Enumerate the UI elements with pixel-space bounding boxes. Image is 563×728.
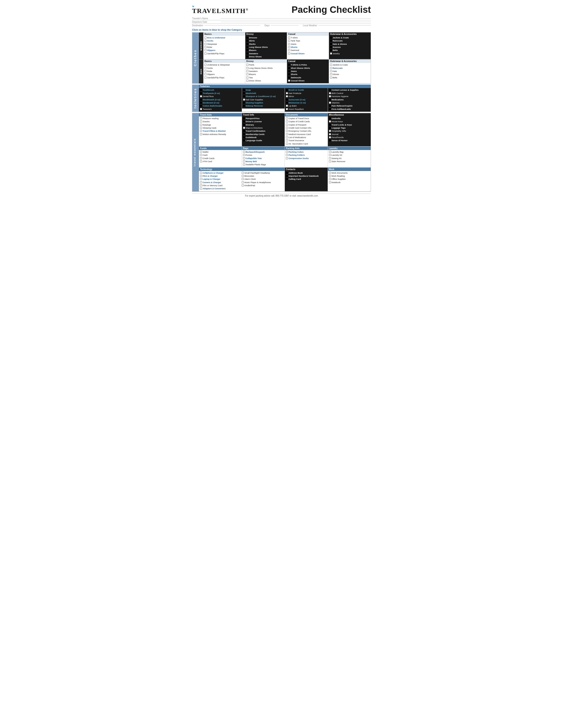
travel-row1: Travel Aids Pleasure reading Snacks Earp… bbox=[199, 113, 371, 147]
list-item: Emergency Contact Info. bbox=[286, 130, 327, 132]
list-item: Jackets & Coats bbox=[330, 64, 370, 66]
funds-header: Funds bbox=[199, 147, 242, 150]
list-item: Pens/Pencils bbox=[329, 136, 370, 139]
travel-row2: Funds Wallet Cash Credit Cards ATM Card … bbox=[199, 147, 371, 168]
men-basics-header: Basics bbox=[203, 60, 245, 63]
list-item: Contact Lenses & Supplies bbox=[329, 89, 370, 91]
list-item: Int. Vaccination Card bbox=[286, 143, 327, 145]
list-item: Backpack/Daypack bbox=[243, 151, 284, 153]
bags-body: Backpack/Daypack Purses Collapsible Tote… bbox=[242, 150, 285, 167]
list-item: Ties bbox=[246, 76, 286, 79]
travel-aids-body: Pleasure reading Snacks Earplugs Sleepin… bbox=[199, 116, 242, 137]
list-item: Long Sleeve Dress Shirts bbox=[246, 67, 286, 69]
list-item: Wallet bbox=[200, 151, 241, 153]
list-item: Cotton Balls/Swabs bbox=[200, 105, 241, 107]
list-item: Notebook bbox=[329, 181, 370, 184]
list-item: Purses bbox=[243, 154, 284, 156]
list-item: Alarm Clock bbox=[242, 178, 284, 180]
bags-header: Bags bbox=[242, 147, 285, 150]
toiletries-col2-body: Soap Washcloth Shampoo & Conditioner (3 … bbox=[242, 88, 285, 108]
list-item: Slippers bbox=[204, 73, 244, 76]
women-outerwear-cell: Outerwear & Accessories Jackets & Coats … bbox=[329, 32, 371, 59]
travel-info-body: Passport/Visa Driver's License Itinerary… bbox=[242, 116, 285, 143]
list-item: Shampoo & Conditioner (3 oz) bbox=[243, 95, 284, 98]
women-casual-header: Casual bbox=[287, 32, 329, 36]
clothes-label: Clothes bbox=[192, 32, 199, 83]
list-item: Hats & Gloves bbox=[330, 43, 370, 45]
list-item: Dresses bbox=[246, 36, 286, 39]
list-item: Mouthwash (3 oz) bbox=[200, 98, 241, 101]
travel-essentials-label: travel essentials bbox=[192, 113, 199, 191]
list-item: Toothpaste (3 oz) bbox=[200, 92, 241, 95]
women-outerwear-header: Outerwear & Accessories bbox=[329, 32, 371, 36]
list-item: Credit Cards bbox=[200, 157, 241, 160]
list-item: Film or Memory Card bbox=[200, 184, 242, 187]
list-item: Work Documents bbox=[329, 172, 370, 174]
list-item: Money Belt bbox=[243, 160, 284, 163]
list-item: Stain Remover bbox=[329, 160, 370, 163]
laundry-body: Laundry Bag Laundry Kit Sewing Kit Stain… bbox=[328, 150, 371, 164]
list-item: Sandals/Flip Flops bbox=[204, 76, 244, 79]
documents-cell: Documents Copies of Travel Docs Copies o… bbox=[285, 113, 328, 146]
list-item: Shorts bbox=[288, 46, 328, 49]
list-item: Medical Insurance Card bbox=[286, 133, 327, 136]
miscellaneous-cell: Miscellaneous Umbrella House Keys Travel… bbox=[328, 113, 371, 146]
list-item: Laundry Kit bbox=[329, 154, 370, 156]
miscellaneous-header: Miscellaneous bbox=[328, 113, 371, 116]
list-item: Long Sleeve Shirts bbox=[246, 46, 286, 49]
list-item: Gloves bbox=[330, 73, 370, 76]
list-item: Sense of Humor bbox=[329, 139, 370, 142]
technology-cell: Technology Cellphone & Charger PDA & Cha… bbox=[199, 168, 285, 191]
page-title: Packing Checklist bbox=[248, 4, 371, 15]
work-cell: Work Work Documents Work Reading Office … bbox=[328, 168, 371, 191]
list-item: Credit Card Contact Info. bbox=[286, 127, 327, 129]
travel-info-cell: Travel Info Passport/Visa Driver's Licen… bbox=[242, 113, 285, 146]
list-item: Important Numbers/ Datebook bbox=[286, 175, 327, 177]
page-header: 🐦 TRAVELSMITH® Packing Checklist bbox=[192, 4, 371, 15]
list-item: Shorts bbox=[288, 73, 328, 76]
list-item: Casual Shoes bbox=[288, 52, 328, 55]
list-item: Belts bbox=[330, 49, 370, 52]
list-item: Sleepwear bbox=[204, 43, 244, 45]
documents-header: Documents bbox=[285, 113, 328, 116]
click-note: Click on items in blue to shop the Categ… bbox=[192, 28, 371, 31]
packing-aids-body: Packing Cubes Packing Folders Compressio… bbox=[285, 150, 328, 161]
men-label: men bbox=[199, 60, 203, 83]
list-item: Mirror bbox=[286, 95, 327, 98]
departure-date-label: Departure Date bbox=[192, 21, 221, 23]
list-item: Passport/Visa bbox=[243, 117, 284, 120]
list-item: Soap bbox=[243, 89, 284, 91]
men-casual-body: T-Shirts & Polos Short Sleeve Shirts Jea… bbox=[287, 63, 329, 83]
men-basics-cell: Basics Underwear & Sleepwear Socks Robe … bbox=[203, 60, 245, 83]
list-item: Hair Products bbox=[286, 92, 327, 95]
list-item: Motion-sickness Remedy bbox=[200, 133, 241, 136]
list-item: Copies of Credit Cards bbox=[286, 120, 327, 123]
list-item: Robe bbox=[204, 70, 244, 73]
list-item: Luggage Tags bbox=[329, 127, 370, 129]
list-item: Kindle/iPad bbox=[242, 184, 284, 187]
logo: TRAVELSMITH® bbox=[192, 8, 248, 14]
list-item: Robe bbox=[204, 46, 244, 49]
list-item: Office Supplies bbox=[329, 178, 370, 180]
list-item: Language Guide bbox=[243, 139, 284, 142]
list-item: Small Flashlight/ Headlamp bbox=[242, 172, 284, 174]
men-casual-header: Casual bbox=[287, 60, 329, 63]
list-item: Cash bbox=[200, 154, 241, 156]
days-label: Days bbox=[264, 24, 269, 27]
list-item: PDA & Charger bbox=[200, 175, 242, 177]
contacts-body: Address Book Important Numbers/ Datebook… bbox=[285, 171, 328, 182]
toiletries-header: Toiletries bbox=[199, 85, 371, 88]
list-item: Umbrella bbox=[329, 117, 370, 120]
list-item: Laptop & Charger bbox=[200, 178, 242, 180]
list-item: Membership Cards bbox=[243, 133, 284, 136]
list-item: Makeup Remover bbox=[243, 105, 284, 107]
list-item: Moisturizer (3 oz) bbox=[286, 101, 327, 104]
list-item: Hospitality Gifts bbox=[329, 130, 370, 132]
men-dressy-cell: Dressy Pants Long Sleeve Dress Shirts Sw… bbox=[245, 60, 287, 83]
list-item: List of Medications bbox=[286, 136, 327, 139]
toiletries-grid: Toothbrush Toothpaste (3 oz) Dental flos… bbox=[199, 88, 371, 112]
list-item: Sewing Kit bbox=[329, 157, 370, 160]
travel-aids-cell: Travel Aids Pleasure reading Snacks Earp… bbox=[199, 113, 242, 146]
list-item: Socks bbox=[204, 39, 244, 42]
list-item: Insect Repellent bbox=[286, 108, 327, 111]
